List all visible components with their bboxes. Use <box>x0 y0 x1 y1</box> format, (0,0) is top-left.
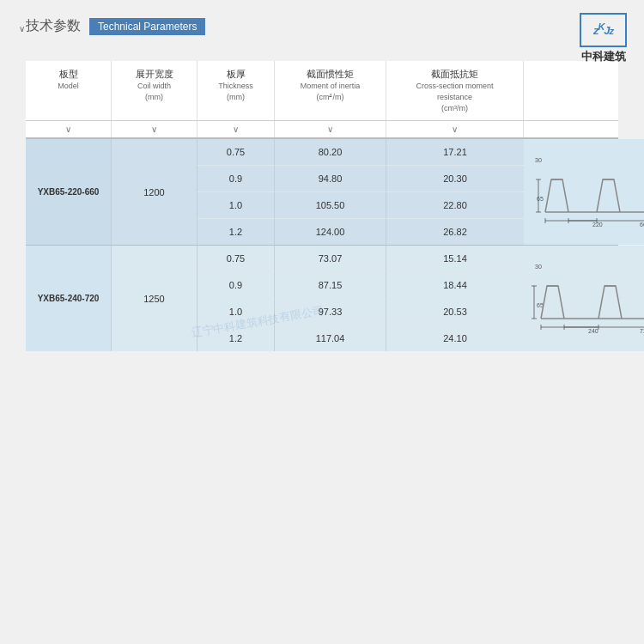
page: zKJz 中科建筑 技术参数 Technical Parameters ∨ 辽宁… <box>0 0 644 644</box>
inertia-2-3: 97.33 <box>275 299 386 325</box>
profile-svg-2: 30 28 65 240 720 <box>528 260 644 337</box>
table-wrapper: 板型 Model 展开宽度 Coil width (mm) 板厚 Thickne… <box>26 61 618 351</box>
filter-width[interactable]: ∨ <box>112 121 197 137</box>
resistance-1-3: 22.80 <box>386 192 524 219</box>
col-resistance: 截面抵抗矩 Cross-section moment resistance (c… <box>386 61 524 120</box>
inertia-2-2: 87.15 <box>275 272 386 299</box>
header-section: 技术参数 Technical Parameters <box>26 17 618 35</box>
inertia-2-4: 117.04 <box>275 325 386 351</box>
model-2: YXB65-240-720 <box>26 246 112 351</box>
svg-text:65: 65 <box>537 196 544 202</box>
thickness-1-4: 1.2 <box>197 219 275 245</box>
diagram-2: 30 28 65 240 720 <box>524 246 644 351</box>
col-model: 板型 Model <box>26 61 112 120</box>
inertia-1-3: 105.50 <box>275 192 386 219</box>
resistance-1-4: 26.82 <box>386 219 524 245</box>
filter-row: ∨ ∨ ∨ ∨ ∨ <box>26 121 618 139</box>
filter-resistance[interactable]: ∨ <box>386 121 524 137</box>
inertia-1-4: 124.00 <box>275 219 386 245</box>
col-coilwidth: 展开宽度 Coil width (mm) <box>112 61 197 120</box>
resistance-2-4: 24.10 <box>386 325 524 351</box>
header-chevron[interactable]: ∨ <box>19 24 25 33</box>
width-2: 1250 <box>112 246 197 351</box>
resistance-2-2: 18.44 <box>386 272 524 299</box>
filter-inertia[interactable]: ∨ <box>275 121 386 137</box>
model-1: YXB65-220-660 <box>26 139 112 245</box>
inertia-1-2: 94.80 <box>275 166 386 192</box>
profile-svg-1: 30 28 65 220 660 <box>528 154 644 231</box>
filter-model[interactable]: ∨ <box>26 121 112 137</box>
inertia-2-1: 73.07 <box>275 246 386 272</box>
svg-text:660: 660 <box>640 222 644 228</box>
filter-thickness[interactable]: ∨ <box>197 121 275 137</box>
section-1: YXB65-220-660 1200 0.75 80.20 17.21 30 2… <box>26 139 618 245</box>
svg-text:240: 240 <box>588 328 598 334</box>
thickness-1-2: 0.9 <box>197 166 275 192</box>
svg-text:720: 720 <box>640 328 644 334</box>
resistance-1-1: 17.21 <box>386 139 524 166</box>
inertia-1-1: 80.20 <box>275 139 386 166</box>
filter-diagram <box>524 121 618 137</box>
width-1: 1200 <box>112 139 197 245</box>
diagram-1: 30 28 65 220 660 <box>524 139 644 245</box>
english-title: Technical Parameters <box>89 18 205 35</box>
thickness-2-3: 1.0 <box>197 299 275 325</box>
svg-text:30: 30 <box>535 264 542 270</box>
logo-text: 中科建筑 <box>580 49 627 64</box>
resistance-2-3: 20.53 <box>386 299 524 325</box>
svg-text:30: 30 <box>535 157 542 163</box>
chinese-title: 技术参数 <box>26 17 81 35</box>
thickness-2-1: 0.75 <box>197 246 275 272</box>
thickness-2-2: 0.9 <box>197 272 275 299</box>
resistance-1-2: 20.30 <box>386 166 524 192</box>
section-2: YXB65-240-720 1250 0.75 73.07 15.14 30 2… <box>26 245 618 351</box>
thickness-2-4: 1.2 <box>197 325 275 351</box>
table-header: 板型 Model 展开宽度 Coil width (mm) 板厚 Thickne… <box>26 61 618 121</box>
col-thickness: 板厚 Thickness (mm) <box>197 61 275 120</box>
thickness-1-1: 0.75 <box>197 139 275 166</box>
thickness-1-3: 1.0 <box>197 192 275 219</box>
col-inertia: 截面惯性矩 Moment of inertia (cm⁴/m) <box>275 61 386 120</box>
svg-text:220: 220 <box>592 222 603 228</box>
resistance-2-1: 15.14 <box>386 246 524 272</box>
col-diagram <box>524 61 618 120</box>
